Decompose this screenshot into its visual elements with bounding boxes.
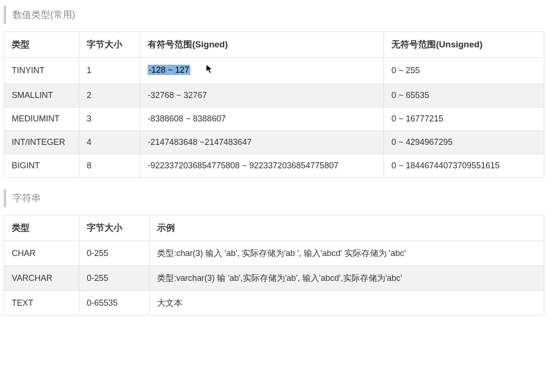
cell-signed: -2147483648 ~2147483647 — [140, 131, 384, 154]
cell-example: 类型:varchar(3) 输 'ab',实际存储为'ab', 输入'abcd'… — [150, 266, 544, 291]
cell-type: SMALLINT — [4, 84, 79, 107]
cell-bytes: 3 — [79, 107, 140, 131]
table-row: SMALLINT 2 -32768 ~ 32767 0 ~ 65535 — [4, 84, 544, 107]
string-types-table: 类型 字节大小 示例 CHAR 0-255 类型:char(3) 输入 'ab'… — [4, 215, 544, 316]
cell-unsigned: 0 ~ 18446744073709551615 — [384, 154, 544, 178]
cell-unsigned: 0 ~ 255 — [384, 58, 544, 84]
cell-bytes: 0-255 — [79, 241, 150, 266]
string-header-example: 示例 — [150, 215, 544, 241]
numeric-header-signed: 有符号范围(Signed) — [140, 32, 384, 58]
cell-type: BIGINT — [4, 154, 79, 178]
cursor-icon — [206, 64, 213, 77]
cell-unsigned: 0 ~ 4294967295 — [384, 131, 544, 154]
table-row: VARCHAR 0-255 类型:varchar(3) 输 'ab',实际存储为… — [4, 266, 544, 291]
cell-type: TEXT — [4, 291, 79, 316]
table-row: INT/INTEGER 4 -2147483648 ~2147483647 0 … — [4, 131, 544, 154]
table-row: BIGINT 8 -9223372036854775808 ~ 92233720… — [4, 154, 544, 178]
cell-type: VARCHAR — [4, 266, 79, 291]
cell-signed: -32768 ~ 32767 — [140, 84, 384, 107]
table-row: CHAR 0-255 类型:char(3) 输入 'ab', 实际存储为'ab … — [4, 241, 544, 266]
cell-bytes: 4 — [79, 131, 140, 154]
cell-bytes: 0-65535 — [79, 291, 150, 316]
cell-type: CHAR — [4, 241, 79, 266]
table-row: MEDIUMINT 3 -8388608 ~ 8388607 0 ~ 16777… — [4, 107, 544, 131]
string-header-bytes: 字节大小 — [79, 215, 150, 241]
string-header-type: 类型 — [4, 215, 79, 241]
numeric-header-unsigned: 无符号范围(Unsigned) — [384, 32, 544, 58]
cell-type: INT/INTEGER — [4, 131, 79, 154]
numeric-section-title: 数值类型(常用) — [4, 6, 544, 24]
cell-bytes: 8 — [79, 154, 140, 178]
cell-bytes: 1 — [79, 58, 140, 84]
table-row: TEXT 0-65535 大文本 — [4, 291, 544, 316]
numeric-types-table: 类型 字节大小 有符号范围(Signed) 无符号范围(Unsigned) TI… — [4, 31, 544, 178]
cell-signed: -8388608 ~ 8388607 — [140, 107, 384, 131]
highlighted-text: -128 ~ 127 — [148, 65, 190, 75]
cell-bytes: 0-255 — [79, 266, 150, 291]
cell-unsigned: 0 ~ 65535 — [384, 84, 544, 107]
cell-type: TINYINT — [4, 58, 79, 84]
numeric-header-bytes: 字节大小 — [79, 32, 140, 58]
table-row: TINYINT 1 -128 ~ 127 0 ~ 255 — [4, 58, 544, 84]
string-section-title: 字符串 — [4, 189, 544, 207]
cell-example: 大文本 — [150, 291, 544, 316]
cell-unsigned: 0 ~ 16777215 — [384, 107, 544, 131]
cell-type: MEDIUMINT — [4, 107, 79, 131]
cell-bytes: 2 — [79, 84, 140, 107]
cell-example: 类型:char(3) 输入 'ab', 实际存储为'ab ', 输入'abcd'… — [150, 241, 544, 266]
numeric-header-type: 类型 — [4, 32, 79, 58]
cell-signed: -9223372036854775808 ~ 92233720368547758… — [140, 154, 384, 178]
cell-signed: -128 ~ 127 — [140, 58, 384, 84]
